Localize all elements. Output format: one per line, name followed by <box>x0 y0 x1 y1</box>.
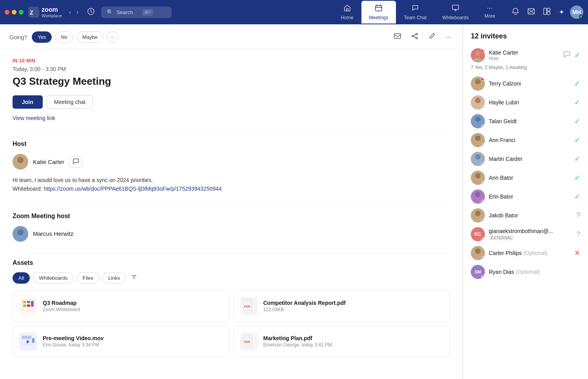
asset-thumb-whiteboard <box>19 297 37 315</box>
invitee-info-carter: Carter Philips (Optional) <box>489 250 570 256</box>
rsvp-no-button[interactable]: No <box>55 31 73 43</box>
meeting-chat-button[interactable]: Meeting chat <box>47 95 93 109</box>
join-button[interactable]: Join <box>13 95 43 109</box>
nav-tab-more[interactable]: ··· More <box>477 1 503 24</box>
filter-links-button[interactable]: Links <box>102 272 126 284</box>
host-invitee-role: Host <box>489 56 559 61</box>
divider-3 <box>13 253 450 253</box>
talan-status-ring <box>481 124 485 128</box>
invitees-panel: 12 invitees Katie Carter Host ✓ 7 Yes <box>463 24 588 379</box>
svg-point-10 <box>416 33 417 35</box>
zoom-host-row: Marcus Herwitz <box>13 226 450 242</box>
svg-point-12 <box>416 37 417 39</box>
nav-tab-home[interactable]: Home <box>333 1 361 24</box>
meeting-detail-panel: Going? Yes No Maybe ··· <box>0 24 463 379</box>
rsvp-maybe-button[interactable]: Maybe <box>76 31 103 43</box>
carter-status-ring <box>481 256 485 260</box>
svg-rect-20 <box>23 304 26 307</box>
nav-tabs: Home Meetings Team Chat <box>333 1 503 24</box>
svg-rect-9 <box>394 34 401 38</box>
talan-status-icon: ✓ <box>574 117 580 126</box>
asset-competitor-analysis[interactable]: PDF Competitor Analysis Report.pdf 122.0… <box>233 290 450 322</box>
invitee-row-ann-b: Ann Bator ✓ <box>471 168 580 187</box>
asset-pre-meeting-video[interactable]: Pre-meeting Video.mov Erin Gouse, today … <box>13 326 229 357</box>
invitee-name-terry: Terry Calzoni <box>489 80 570 87</box>
nav-layout-button[interactable] <box>541 5 553 20</box>
rsvp-yes-button[interactable]: Yes <box>32 31 52 43</box>
invitee-avatar-ann-f <box>471 133 485 147</box>
nav-tab-more-label: More <box>485 13 495 19</box>
invitee-row-ann-f: Ann Franci ✓ <box>471 131 580 149</box>
home-icon <box>343 4 351 14</box>
whiteboard-link[interactable]: https://zoom.us/wb/doc/PPPAe61BQS-ljDlMq… <box>44 186 221 192</box>
view-meeting-link[interactable]: View meeting link <box>13 115 55 121</box>
invitee-row-ryan: SM Ryan Dias (Optional) <box>471 262 580 281</box>
jakob-status-icon: ? <box>576 211 580 220</box>
martin-status-icon: ✓ <box>574 155 580 163</box>
main-layout: Going? Yes No Maybe ··· <box>0 24 588 379</box>
window-dot-green[interactable] <box>19 10 24 15</box>
edit-button[interactable] <box>426 31 437 44</box>
invitee-info-haylie: Haylie Lubin <box>489 99 570 106</box>
svg-text:Z: Z <box>30 9 33 16</box>
svg-point-13 <box>17 157 24 163</box>
giana-status-icon: ? <box>576 230 580 239</box>
nav-ai-button[interactable]: ✦ <box>556 5 567 19</box>
nav-search-bar[interactable]: 🔍 Search ⌘F <box>101 7 172 18</box>
invitee-name-talan: Talan Geidt <box>489 118 570 124</box>
invitee-row-martin: Martin Carder ✓ <box>471 149 580 168</box>
asset-meta-competitor: 122.04KB <box>263 307 443 312</box>
window-dot-yellow[interactable] <box>12 10 16 15</box>
asset-q3-roadmap[interactable]: Q3 Roadmap Zoom Whiteboard <box>13 290 229 322</box>
svg-rect-4 <box>452 5 459 9</box>
going-label: Going? <box>9 34 27 40</box>
search-shortcut: ⌘F <box>142 9 153 16</box>
invitee-info-jakob: Jakob Bator <box>489 212 572 219</box>
filter-files-button[interactable]: Files <box>76 272 99 284</box>
filter-all-button[interactable]: All <box>13 272 30 284</box>
filter-whiteboards-button[interactable]: Whiteboards <box>33 272 73 284</box>
svg-point-44 <box>475 192 481 197</box>
nav-history-button[interactable] <box>84 5 98 20</box>
search-placeholder: Search <box>116 9 132 15</box>
svg-point-31 <box>473 58 483 62</box>
nav-notifications-button[interactable] <box>509 5 522 20</box>
host-chat-button[interactable] <box>69 156 82 168</box>
ryan-optional-label: (Optional) <box>515 269 539 275</box>
carter-status-icon: ✕ <box>574 249 580 257</box>
host-chat-icon[interactable] <box>563 51 570 60</box>
email-button[interactable] <box>392 31 403 44</box>
nav-avatar[interactable]: MH <box>570 5 583 19</box>
nav-forward-button[interactable]: › <box>74 7 81 17</box>
meetings-icon <box>375 4 383 14</box>
ann-f-status-ring <box>481 143 485 147</box>
haylie-status-icon: ✓ <box>574 98 580 107</box>
rsvp-summary: 7 Yes, 2 Maybe, 1 Awaiting <box>471 65 580 70</box>
invitee-name-ryan: Ryan Dias (Optional) <box>489 269 580 275</box>
asset-marketing-plan[interactable]: PDF Marketing Plan.pdf Emerson George, t… <box>233 326 450 357</box>
nav-tab-teamchat[interactable]: Team Chat <box>396 1 434 24</box>
asset-name-q3-roadmap: Q3 Roadmap <box>43 300 223 306</box>
nav-back-button[interactable]: ‹ <box>67 7 73 17</box>
svg-point-48 <box>475 248 481 254</box>
window-dot-red[interactable] <box>5 10 9 15</box>
svg-rect-19 <box>27 301 30 303</box>
asset-name-marketing: Marketing Plan.pdf <box>263 335 443 341</box>
rsvp-more-button[interactable]: ··· <box>107 31 118 43</box>
share-button[interactable] <box>409 31 420 44</box>
window-controls <box>5 10 24 15</box>
sort-button[interactable] <box>129 272 139 284</box>
nav-tab-whiteboards[interactable]: Whiteboards <box>434 1 476 24</box>
nav-tab-meetings[interactable]: Meetings <box>361 1 396 24</box>
asset-name-competitor: Competitor Analysis Report.pdf <box>263 300 443 306</box>
nav-bell-button[interactable] <box>525 5 537 20</box>
giana-status-ring <box>481 237 485 241</box>
nav-right-controls: ✦ MH <box>509 5 583 20</box>
invitee-avatar-ryan: SM <box>471 265 485 279</box>
erin-b-status-icon: ✓ <box>574 192 580 201</box>
svg-rect-8 <box>547 12 550 15</box>
asset-meta-marketing: Emerson George, today 3:41 PM <box>263 342 443 348</box>
asset-name-video: Pre-meeting Video.mov <box>43 335 223 341</box>
more-options-button[interactable]: ··· <box>444 31 453 43</box>
svg-point-36 <box>475 117 481 122</box>
